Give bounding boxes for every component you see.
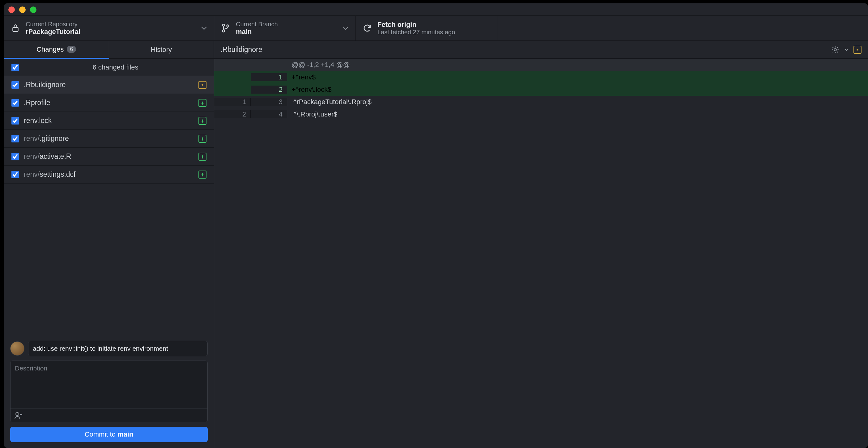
file-row[interactable]: renv/.gitignore＋ <box>4 130 214 148</box>
toggle-all-checkbox[interactable] <box>11 64 19 71</box>
tab-changes[interactable]: Changes 6 <box>4 41 109 59</box>
added-icon: ＋ <box>198 99 207 107</box>
avatar[interactable] <box>10 342 24 356</box>
expand-diff-button[interactable] <box>854 46 862 54</box>
diff-line[interactable]: 1+^renv$ <box>214 71 868 84</box>
commit-button-prefix: Commit to <box>85 430 118 438</box>
diff-line[interactable]: 2+^renv\.lock$ <box>214 84 868 96</box>
commit-summary-input[interactable] <box>28 341 208 356</box>
commit-button[interactable]: Commit to main <box>10 427 208 442</box>
svg-point-2 <box>223 30 225 32</box>
diff-code: +^renv$ <box>287 73 868 81</box>
added-icon: ＋ <box>198 135 207 143</box>
file-name: renv/activate.R <box>24 152 193 161</box>
diff-code: ^\.Rproj\.user$ <box>287 110 868 118</box>
file-name: .Rprofile <box>24 99 193 107</box>
app-window: Current Repository rPackageTutorial Curr… <box>4 3 868 448</box>
changed-files-summary: 6 changed files <box>4 59 214 76</box>
new-line-number: 2 <box>251 86 287 94</box>
new-line-number: 4 <box>251 110 287 118</box>
modified-icon: • <box>198 81 207 89</box>
file-name: renv/settings.dcf <box>24 170 193 179</box>
diff-settings-button[interactable] <box>831 46 839 54</box>
added-icon: ＋ <box>198 153 207 161</box>
diff-code: ^rPackageTutorial\.Rproj$ <box>287 98 868 106</box>
branch-label: Current Branch <box>236 21 278 28</box>
old-line-number: 1 <box>214 98 251 106</box>
file-row[interactable]: .Rbuildignore• <box>4 76 214 94</box>
chevron-down-icon <box>201 26 207 30</box>
added-icon: ＋ <box>198 170 207 179</box>
file-row[interactable]: renv/activate.R＋ <box>4 148 214 166</box>
diff-file-header: .Rbuildignore <box>214 41 868 59</box>
diff-panel: .Rbuildignore <box>214 41 868 448</box>
commit-description-input[interactable] <box>10 361 208 409</box>
repo-name: rPackageTutorial <box>26 28 81 36</box>
file-checkbox[interactable] <box>11 135 19 142</box>
svg-rect-6 <box>857 49 859 51</box>
sidebar: Changes 6 History 6 changed files .Rbuil… <box>4 41 214 448</box>
diff-line[interactable]: 13 ^rPackageTutorial\.Rproj$ <box>214 96 868 108</box>
sync-icon <box>363 24 372 33</box>
current-branch-selector[interactable]: Current Branch main <box>214 16 356 40</box>
chevron-down-icon <box>342 26 349 30</box>
new-line-number: 1 <box>251 73 287 81</box>
svg-rect-0 <box>13 28 18 32</box>
hunk-text: @@ -1,2 +1,4 @@ <box>287 61 868 69</box>
tab-changes-label: Changes <box>36 45 64 54</box>
current-repository-selector[interactable]: Current Repository rPackageTutorial <box>4 16 214 40</box>
git-branch-icon <box>221 24 230 33</box>
branch-name: main <box>236 28 278 36</box>
file-row[interactable]: renv/settings.dcf＋ <box>4 166 214 184</box>
toolbar: Current Repository rPackageTutorial Curr… <box>4 15 868 41</box>
tab-history-label: History <box>151 46 172 54</box>
window-controls <box>4 3 868 15</box>
file-row[interactable]: .Rprofile＋ <box>4 94 214 112</box>
file-checkbox[interactable] <box>11 99 19 106</box>
close-window-icon[interactable] <box>8 6 15 13</box>
commit-panel: Commit to main <box>4 335 214 448</box>
fetch-origin-button[interactable]: Fetch origin Last fetched 27 minutes ago <box>356 16 497 40</box>
file-checkbox[interactable] <box>11 81 19 89</box>
svg-point-4 <box>16 413 19 416</box>
file-name: renv.lock <box>24 117 193 125</box>
minimize-window-icon[interactable] <box>19 6 26 13</box>
chevron-down-icon[interactable] <box>844 48 848 51</box>
file-list: .Rbuildignore•.Rprofile＋renv.lock＋renv/.… <box>4 76 214 335</box>
file-checkbox[interactable] <box>11 153 19 160</box>
diff-line[interactable]: 24 ^\.Rproj\.user$ <box>214 108 868 121</box>
file-row[interactable]: renv.lock＋ <box>4 112 214 130</box>
changes-count-badge: 6 <box>67 46 76 53</box>
body: Changes 6 History 6 changed files .Rbuil… <box>4 41 868 448</box>
diff-hunk-header: @@ -1,2 +1,4 @@ <box>214 59 868 71</box>
diff-code: +^renv\.lock$ <box>287 86 868 94</box>
diff-body: @@ -1,2 +1,4 @@ 1+^renv$2+^renv\.lock$13… <box>214 59 868 121</box>
svg-point-5 <box>834 49 836 51</box>
commit-button-branch: main <box>118 430 133 438</box>
add-coauthor-icon[interactable] <box>14 412 24 420</box>
diff-file-name: .Rbuildignore <box>220 45 262 54</box>
file-checkbox[interactable] <box>11 171 19 178</box>
file-name: renv/.gitignore <box>24 134 193 143</box>
fetch-subtitle: Last fetched 27 minutes ago <box>377 29 455 36</box>
added-icon: ＋ <box>198 117 207 125</box>
old-line-number: 2 <box>214 110 251 118</box>
fetch-title: Fetch origin <box>377 21 455 29</box>
tab-history[interactable]: History <box>109 41 214 59</box>
new-line-number: 3 <box>251 98 287 106</box>
file-name: .Rbuildignore <box>24 81 193 89</box>
svg-point-1 <box>223 24 225 26</box>
summary-text: 6 changed files <box>24 63 207 71</box>
maximize-window-icon[interactable] <box>30 6 36 13</box>
repo-label: Current Repository <box>26 21 81 28</box>
svg-point-3 <box>226 25 229 27</box>
sidebar-tabs: Changes 6 History <box>4 41 214 59</box>
file-checkbox[interactable] <box>11 117 19 125</box>
lock-icon <box>11 24 20 33</box>
